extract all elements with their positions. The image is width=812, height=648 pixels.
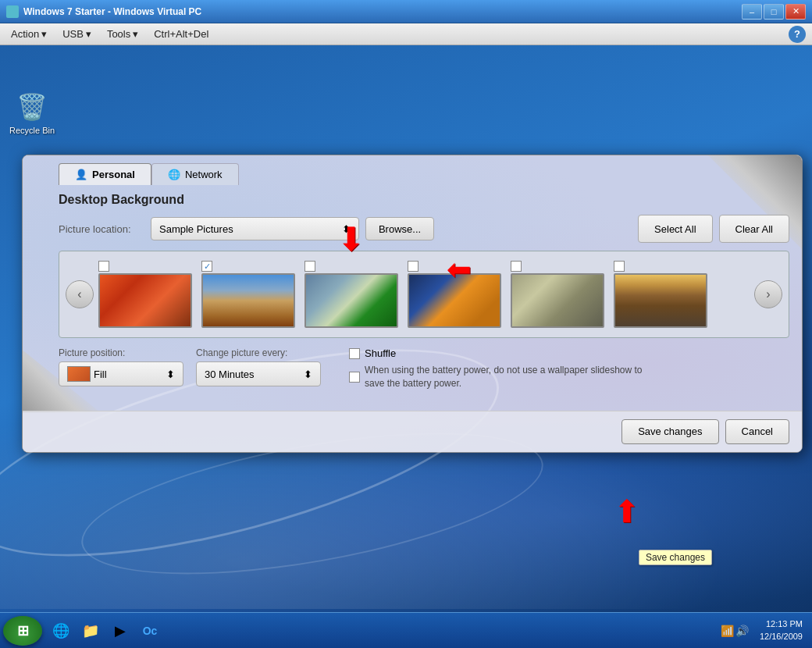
picture-position-group: Picture position: Fill ⬍ (59, 347, 183, 386)
usb-chevron: ▾ (86, 28, 91, 40)
thumbnail-desert[interactable] (201, 261, 295, 328)
thumbnail-castle-checkbox[interactable] (614, 261, 625, 272)
browse-button[interactable]: Browse... (365, 217, 434, 240)
prev-thumbnail-button[interactable]: ‹ (66, 280, 94, 308)
shuffle-label: Shuffle (365, 347, 396, 359)
picture-location-row: Picture location: Sample Pictures ⬍ Brow… (59, 215, 789, 243)
annotation-arrow-down: ⬇ (337, 223, 365, 256)
change-picture-value: 30 Minutes (205, 369, 255, 380)
start-button[interactable]: ⊞ (3, 616, 42, 646)
change-picture-select[interactable]: 30 Minutes ⬍ (196, 361, 321, 386)
taskbar: ⊞ 🌐 📁 ▶ Oc 📶 🔊 12:13 PM 12/16/2009 (0, 612, 812, 648)
volume-tray-icon[interactable]: 🔊 (735, 625, 749, 637)
help-button[interactable]: ? (789, 26, 806, 43)
bottom-controls: Picture position: Fill ⬍ Change picture … (59, 347, 789, 390)
change-picture-label: Change picture every: (196, 347, 321, 358)
title-bar: Windows 7 Starter - Windows Virtual PC –… (0, 0, 812, 23)
action-label: Action (11, 28, 39, 40)
thumbnail-jellyfish-checkbox[interactable] (408, 261, 418, 272)
tools-label: Tools (107, 28, 130, 40)
battery-row: When using the battery power, do not use… (349, 364, 646, 390)
tab-network[interactable]: 🌐 Network (151, 163, 239, 185)
action-chevron: ▾ (41, 28, 47, 40)
thumbnail-koala-image (511, 273, 604, 328)
window-controls: – □ ✕ (742, 4, 806, 20)
desktop-background-dialog: 👤 Personal 🌐 Network Desktop Background … (22, 155, 803, 453)
battery-checkbox[interactable] (349, 372, 360, 383)
thumbnail-hydrangea-checkbox[interactable] (304, 261, 315, 272)
thumbnail-desert-image (201, 273, 295, 328)
thumbnail-desert-checkbox[interactable] (201, 261, 212, 272)
network-tab-icon: 🌐 (168, 169, 180, 180)
taskbar-clock[interactable]: 12:13 PM 12/16/2009 (753, 618, 809, 643)
tab-personal[interactable]: 👤 Personal (59, 163, 151, 185)
dialog-tabs: 👤 Personal 🌐 Network (59, 163, 789, 185)
thumbnail-koala-checkbox[interactable] (511, 261, 522, 272)
recycle-bin-label: Recycle Bin (9, 126, 55, 135)
picture-position-label: Picture position: (59, 347, 183, 358)
clock-time: 12:13 PM (760, 618, 803, 630)
position-preview-icon (67, 366, 91, 382)
dialog-footer: Save changes Cancel (23, 411, 802, 452)
menu-bar: Action ▾ USB ▾ Tools ▾ Ctrl+Alt+Del ? (0, 23, 812, 45)
change-picture-group: Change picture every: 30 Minutes ⬍ (196, 347, 321, 386)
picture-position-value: Fill (94, 369, 107, 380)
clock-date: 12/16/2009 (760, 631, 803, 643)
recycle-bin[interactable]: 🗑️ Recycle Bin (9, 88, 55, 135)
thumbnail-koala[interactable] (511, 261, 604, 328)
window-title: Windows 7 Starter - Windows Virtual PC (23, 6, 742, 17)
personal-tab-label: Personal (92, 169, 135, 180)
usb-menu[interactable]: USB ▾ (55, 27, 99, 41)
picture-position-select[interactable]: Fill ⬍ (59, 361, 183, 386)
minimize-button[interactable]: – (742, 4, 762, 20)
tools-chevron: ▾ (133, 28, 138, 40)
thumbnail-castle-image (614, 273, 707, 328)
annotation-arrow-left: ⬅ (447, 255, 472, 284)
thumbnail-castle[interactable] (614, 261, 707, 328)
save-changes-button[interactable]: Save changes (621, 419, 718, 444)
personal-tab-icon: 👤 (75, 169, 87, 180)
picture-location-select[interactable]: Sample Pictures ⬍ (151, 217, 359, 240)
restore-button[interactable]: □ (764, 4, 784, 20)
save-changes-tooltip: Save changes (639, 550, 712, 565)
desktop: 🗑️ Recycle Bin 👤 Personal 🌐 Network (0, 45, 812, 648)
thumbnail-hydrangea-image (304, 273, 398, 328)
clear-all-button[interactable]: Clear All (719, 215, 789, 243)
thumbnail-flower-checkbox[interactable] (98, 261, 109, 272)
explorer-icon[interactable]: 📁 (77, 617, 105, 645)
interval-chevron-icon: ⬍ (304, 369, 312, 380)
thumbnail-flower-image (98, 273, 192, 328)
thumbnail-flower[interactable] (98, 261, 192, 328)
app-icon[interactable]: Oc (136, 617, 164, 645)
shuffle-group: Shuffle When using the battery power, do… (349, 347, 646, 390)
taskbar-pinned-icons: 🌐 📁 ▶ Oc (47, 617, 164, 645)
thumbnail-hydrangea[interactable] (304, 261, 398, 328)
cancel-button[interactable]: Cancel (725, 419, 789, 444)
position-chevron-icon: ⬍ (166, 369, 175, 380)
annotation-arrow-up: ⬆ (614, 496, 640, 527)
next-thumbnail-button[interactable]: › (754, 280, 782, 308)
battery-text: When using the battery power, do not use… (365, 364, 646, 390)
action-menu[interactable]: Action ▾ (3, 27, 55, 41)
network-tray-icon[interactable]: 📶 (721, 625, 734, 637)
shortcut-label: Ctrl+Alt+Del (146, 27, 216, 41)
recycle-bin-icon: 🗑️ (13, 88, 51, 126)
close-button[interactable]: ✕ (785, 4, 806, 20)
usb-label: USB (62, 28, 84, 40)
thumbnail-container: ‹ (59, 251, 789, 338)
media-icon[interactable]: ▶ (106, 617, 134, 645)
ie-icon[interactable]: 🌐 (47, 617, 75, 645)
section-title: Desktop Background (59, 193, 789, 207)
network-tab-label: Network (185, 169, 223, 180)
picture-location-label: Picture location: (59, 223, 144, 235)
dialog-content: 👤 Personal 🌐 Network Desktop Background … (23, 155, 802, 452)
shuffle-row: Shuffle (349, 347, 646, 359)
picture-location-value: Sample Pictures (159, 223, 233, 235)
shuffle-checkbox[interactable] (349, 348, 360, 359)
tools-menu[interactable]: Tools ▾ (99, 27, 146, 41)
select-all-button[interactable]: Select All (638, 215, 712, 243)
system-tray: 📶 🔊 (721, 625, 749, 637)
dialog-main: 👤 Personal 🌐 Network Desktop Background … (46, 155, 802, 411)
window-icon (6, 5, 19, 18)
